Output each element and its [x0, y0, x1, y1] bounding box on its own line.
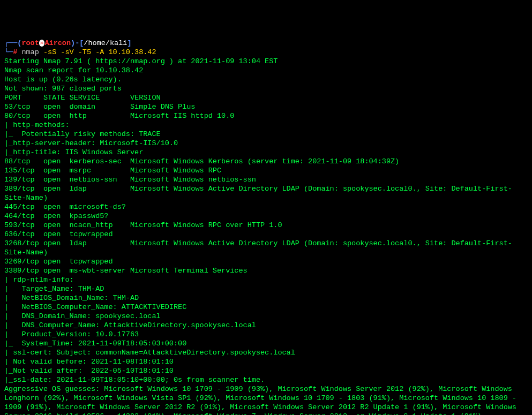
output-line: 593/tcp open ncacn_http Microsoft Window…: [4, 221, 528, 230]
prompt-user: root: [21, 39, 39, 47]
output-line: 139/tcp open netbios-ssn Microsoft Windo…: [4, 175, 528, 184]
output-line: Aggressive OS guesses: Microsoft Windows…: [4, 384, 528, 415]
output-line: 389/tcp open ldap Microsoft Windows Acti…: [4, 184, 528, 202]
output-line: Starting Nmap 7.91 ( https://nmap.org ) …: [4, 57, 528, 66]
prompt-line-2: └─# nmap -sS -sV -T5 -A 10.10.38.42: [4, 48, 528, 57]
output-line: 445/tcp open microsoft-ds?: [4, 202, 528, 212]
command-name: nmap: [21, 48, 39, 56]
output-line: 3268/tcp open ldap Microsoft Windows Act…: [4, 239, 528, 257]
output-line: |_ System_Time: 2021-11-09T18:05:03+00:0…: [4, 339, 528, 348]
output-line: 3269/tcp open tcpwrapped: [4, 257, 528, 266]
prompt-corner2: └─: [4, 48, 13, 56]
prompt-cwd: /home/kali: [84, 39, 127, 47]
output-line: | Target_Name: THM-AD: [4, 284, 528, 293]
output-line: | NetBIOS_Computer_Name: ATTACKTIVEDIREC: [4, 303, 528, 312]
output-line: |_ssl-date: 2021-11-09T18:05:10+00:00; 0…: [4, 375, 528, 384]
command-args: -sS -sV -T5 -A 10.10.38.42: [43, 48, 156, 56]
output-line: 135/tcp open msrpc Microsoft Windows RPC: [4, 166, 528, 175]
output-line: | http-methods:: [4, 120, 528, 130]
prompt-host: Aircon: [44, 39, 71, 47]
terminal-output[interactable]: ┌──(root☠Aircon)-[/home/kali]└─# nmap -s…: [4, 39, 528, 415]
skull-icon: ☠: [39, 40, 45, 47]
output-line: |_http-server-header: Microsoft-IIS/10.0: [4, 139, 528, 148]
output-line: | Product_Version: 10.0.17763: [4, 330, 528, 339]
output-line: | rdp-ntlm-info:: [4, 275, 528, 284]
output-line: |_http-title: IIS Windows Server: [4, 148, 528, 157]
output-line: 53/tcp open domain Simple DNS Plus: [4, 102, 528, 111]
prompt-sep: )-[: [71, 39, 84, 47]
output-line: | DNS_Domain_Name: spookysec.local: [4, 312, 528, 321]
output-line: | ssl-cert: Subject: commonName=Attackti…: [4, 348, 528, 357]
output-line: | Not valid before: 2021-11-08T18:01:10: [4, 357, 528, 366]
prompt-line-1: ┌──(root☠Aircon)-[/home/kali]: [4, 39, 528, 48]
output-line: 636/tcp open tcpwrapped: [4, 230, 528, 239]
output-line: Not shown: 987 closed ports: [4, 84, 528, 93]
output-table-header: PORT STATE SERVICE VERSION: [4, 93, 528, 102]
output-line: | DNS_Computer_Name: AttacktiveDirectory…: [4, 321, 528, 330]
prompt-close: ]: [127, 39, 131, 47]
output-line: 80/tcp open http Microsoft IIS httpd 10.…: [4, 111, 528, 120]
output-line: 88/tcp open kerberos-sec Microsoft Windo…: [4, 157, 528, 166]
output-line: |_ Potentially risky methods: TRACE: [4, 130, 528, 139]
prompt-corner: ┌──(: [4, 39, 21, 47]
output-line: |_Not valid after: 2022-05-10T18:01:10: [4, 366, 528, 375]
output-line: Host is up (0.26s latency).: [4, 75, 528, 84]
output-line: 3389/tcp open ms-wbt-server Microsoft Te…: [4, 266, 528, 275]
output-line: Nmap scan report for 10.10.38.42: [4, 66, 528, 75]
output-line: 464/tcp open kpasswd5?: [4, 212, 528, 221]
output-line: | NetBIOS_Domain_Name: THM-AD: [4, 293, 528, 303]
